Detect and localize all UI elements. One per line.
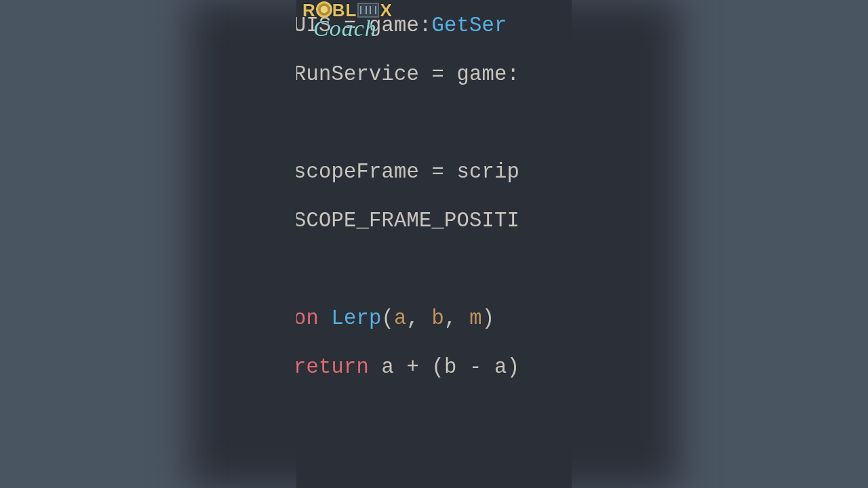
phone-aspect-panel: cal UIS = game:GetSer cal RunService = g… [296, 0, 572, 488]
code-line [296, 111, 572, 136]
code-line: cal RunService = game: [296, 62, 572, 87]
video-frame: cal UIS = game:GetSer cal RunService = g… [0, 0, 868, 488]
code-line: nction Lerp(a, b, m) [296, 306, 572, 331]
code-editor: cal UIS = game:GetSer cal RunService = g… [296, 0, 572, 488]
code-line: return a + (b - a) [296, 355, 572, 380]
code-line [296, 258, 572, 282]
code-line: d [296, 404, 572, 428]
code-line: cal UIS = game:GetSer [296, 14, 572, 38]
code-line: cal SCOPE_FRAME_POSITI [296, 209, 572, 233]
code-line [296, 453, 572, 477]
code-line: cal scopeFrame = scrip [296, 160, 572, 184]
